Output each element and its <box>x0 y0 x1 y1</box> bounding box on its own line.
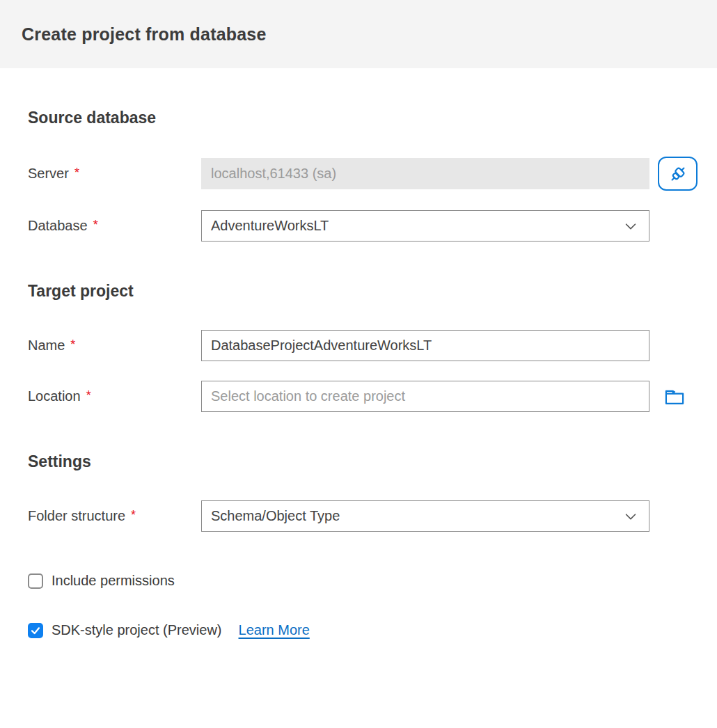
location-label: Location * <box>28 388 201 404</box>
dialog-header: Create project from database <box>0 0 717 68</box>
folder-structure-selected-value: Schema/Object Type <box>211 508 340 524</box>
change-connection-button[interactable] <box>658 157 698 191</box>
required-asterisk: * <box>70 338 75 352</box>
learn-more-link[interactable]: Learn More <box>239 622 310 638</box>
required-asterisk: * <box>86 388 91 403</box>
section-title-settings: Settings <box>28 452 698 471</box>
include-permissions-label: Include permissions <box>52 573 175 589</box>
page-title: Create project from database <box>22 24 267 45</box>
folder-structure-select[interactable]: Schema/Object Type <box>201 500 649 532</box>
server-row: Server * <box>28 157 698 191</box>
database-select[interactable]: AdventureWorksLT <box>201 210 649 242</box>
database-selected-value: AdventureWorksLT <box>211 218 329 234</box>
include-permissions-checkbox[interactable] <box>28 573 43 589</box>
server-input <box>201 158 649 189</box>
name-label: Name * <box>28 338 201 354</box>
include-permissions-row: Include permissions <box>28 573 698 589</box>
checkmark-icon <box>30 625 41 636</box>
name-row: Name * <box>28 330 698 361</box>
browse-folder-button[interactable] <box>664 387 685 406</box>
server-label: Server * <box>28 166 201 182</box>
chevron-down-icon <box>623 219 638 234</box>
sdk-style-label: SDK-style project (Preview) <box>52 622 222 638</box>
folder-structure-label: Folder structure * <box>28 508 201 524</box>
project-name-input[interactable] <box>201 330 649 361</box>
location-row: Location * <box>28 381 698 412</box>
folder-structure-row: Folder structure * Schema/Object Type <box>28 500 698 532</box>
section-title-source-database: Source database <box>28 109 698 127</box>
chevron-down-icon <box>623 509 638 524</box>
dialog-body: Source database Server * Database <box>0 109 717 638</box>
sdk-style-row: SDK-style project (Preview) Learn More <box>28 622 698 638</box>
section-title-target-project: Target project <box>28 282 698 301</box>
sdk-style-checkbox[interactable] <box>28 623 43 638</box>
location-input[interactable] <box>201 381 649 412</box>
required-asterisk: * <box>131 508 136 523</box>
required-asterisk: * <box>93 218 98 232</box>
database-label: Database * <box>28 218 201 234</box>
required-asterisk: * <box>74 166 79 180</box>
folder-icon <box>664 387 685 406</box>
database-row: Database * AdventureWorksLT <box>28 210 698 242</box>
plug-icon <box>668 164 688 184</box>
